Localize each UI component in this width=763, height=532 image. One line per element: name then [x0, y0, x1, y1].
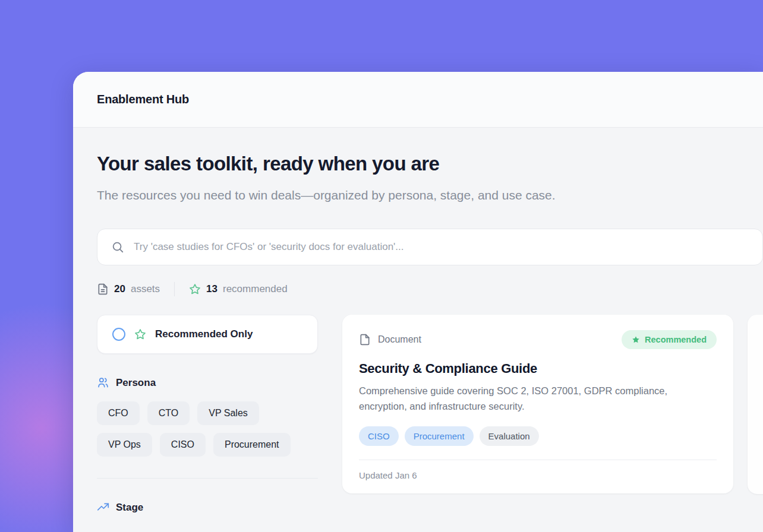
app-title: Enablement Hub	[97, 93, 189, 106]
persona-chip-vp-sales[interactable]: VP Sales	[197, 401, 259, 425]
star-filled-icon	[632, 335, 640, 344]
persona-chip-vp-ops[interactable]: VP Ops	[97, 433, 152, 457]
app-header: Enablement Hub	[73, 72, 763, 128]
recommended-badge-label: Recommended	[645, 335, 707, 344]
tag-ciso[interactable]: CISO	[359, 426, 399, 446]
persona-chips: CFO CTO VP Sales VP Ops CISO Procurement	[97, 401, 318, 457]
star-icon	[189, 283, 201, 295]
sidebar-divider	[97, 478, 318, 479]
card-description: Comprehensive guide covering SOC 2, ISO …	[359, 384, 707, 414]
filters-sidebar: Recommended Only Persona CFO	[97, 315, 318, 514]
recommended-badge: Recommended	[622, 330, 717, 349]
card-updated: Updated Jan 6	[359, 460, 717, 493]
search-input[interactable]	[134, 241, 749, 253]
card-top: Document Recommended	[359, 330, 717, 349]
recommended-only-toggle[interactable]: Recommended Only	[97, 315, 318, 354]
card-type-label: Document	[378, 334, 421, 345]
file-icon	[359, 334, 371, 346]
main-panel: Enablement Hub Your sales toolkit, ready…	[73, 72, 763, 532]
recommended-label: recommended	[223, 283, 288, 295]
recommended-only-label: Recommended Only	[155, 328, 253, 340]
card-title: Security & Compliance Guide	[359, 361, 717, 376]
users-icon	[97, 376, 109, 389]
search-bar[interactable]	[97, 229, 763, 265]
persona-chip-ciso[interactable]: CISO	[160, 433, 206, 457]
assets-count: 20	[114, 283, 125, 295]
page-title: Your sales toolkit, ready when you are	[97, 153, 763, 175]
trending-up-icon	[97, 501, 109, 514]
stage-label: Stage	[116, 502, 143, 514]
stats-row: 20 assets 13 recommended	[97, 282, 763, 296]
search-icon	[111, 240, 124, 254]
next-asset-card-partial[interactable]	[748, 315, 763, 494]
tag-evaluation[interactable]: Evaluation	[480, 426, 539, 446]
recommended-stat: 13 recommended	[189, 283, 288, 295]
page-body: Your sales toolkit, ready when you are T…	[73, 128, 763, 514]
radio-circle-icon[interactable]	[112, 328, 125, 341]
persona-chip-cto[interactable]: CTO	[147, 401, 190, 425]
page-subtitle: The resources you need to win deals—orga…	[97, 185, 581, 206]
persona-label: Persona	[116, 377, 156, 389]
main-grid: Recommended Only Persona CFO	[97, 315, 763, 514]
persona-chip-procurement[interactable]: Procurement	[213, 433, 291, 457]
file-text-icon	[97, 283, 109, 295]
persona-section-header: Persona	[97, 376, 318, 389]
stats-divider	[174, 282, 175, 296]
persona-chip-cfo[interactable]: CFO	[97, 401, 140, 425]
tag-procurement[interactable]: Procurement	[405, 426, 474, 446]
asset-cards: Document Recommended Security & Complian…	[342, 315, 763, 494]
assets-label: assets	[131, 283, 160, 295]
card-type: Document	[359, 334, 421, 346]
star-icon	[134, 328, 146, 340]
stage-section-header: Stage	[97, 501, 318, 514]
recommended-count: 13	[206, 283, 217, 295]
asset-card-security-compliance-guide[interactable]: Document Recommended Security & Complian…	[342, 315, 733, 493]
card-tags: CISO Procurement Evaluation	[359, 426, 717, 446]
assets-stat: 20 assets	[97, 283, 160, 295]
